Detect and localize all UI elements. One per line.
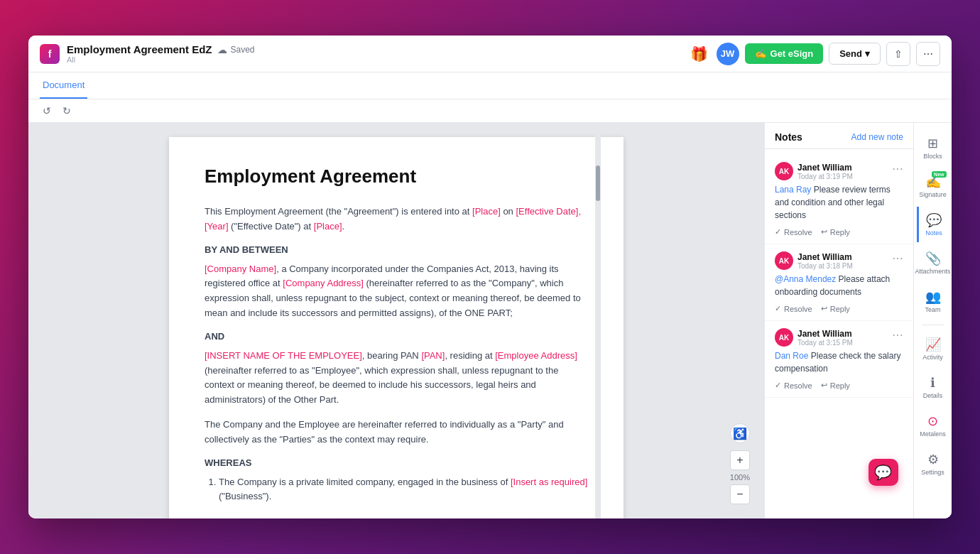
note-body-1: Lana Ray Please review terms and conditi… (775, 183, 903, 222)
chevron-down-icon: ▾ (865, 48, 870, 59)
gift-button[interactable]: 🎁 (688, 43, 711, 65)
doc-page: Employment Agreement This Employment Agr… (169, 137, 624, 518)
blocks-icon: ⊞ (927, 136, 938, 151)
sidebar-item-team[interactable]: 👥 Team (917, 283, 949, 319)
doc-title: Employment Agreement EdZ (67, 43, 212, 55)
note-mention-3: Dan Roe (775, 351, 808, 361)
placeholder-pan: [PAN] (421, 350, 445, 361)
undo-button[interactable]: ↺ (40, 104, 54, 118)
saved-status: ☁ Saved (217, 44, 254, 55)
note-more-button-3[interactable]: ⋯ (892, 328, 903, 342)
send-button[interactable]: Send ▾ (829, 43, 881, 65)
get-esign-button[interactable]: ✍ Get eSign (745, 43, 824, 64)
note-username-1: Janet William (797, 163, 853, 173)
add-note-button[interactable]: Add new note (851, 132, 903, 142)
placeholder-company-name: [Company Name] (205, 264, 276, 274)
doc-scrollbar-thumb (596, 165, 600, 201)
resolve-button-3[interactable]: ✓ Resolve (775, 381, 812, 390)
breadcrumb: All (67, 55, 255, 64)
sidebar-item-label-activity: Activity (922, 354, 943, 361)
reply-button-3[interactable]: ↩ Reply (821, 381, 850, 390)
resolve-button-1[interactable]: ✓ Resolve (775, 227, 812, 237)
resolve-button-2[interactable]: ✓ Resolve (775, 304, 812, 313)
sidebar-divider (922, 325, 944, 325)
sidebar-item-signature[interactable]: New ✍ Signature (917, 168, 949, 204)
doc-paragraph-2: [Company Name], a Company incorporated u… (205, 262, 588, 321)
reply-button-2[interactable]: ↩ Reply (821, 304, 850, 313)
note-user-info-3: Janet William Today at 3:15 PM (797, 329, 853, 347)
notes-icon: 💬 (926, 212, 942, 228)
check-icon-2: ✓ (775, 304, 781, 313)
note-header-2: AK Janet William Today at 3:18 PM ⋯ (775, 251, 903, 270)
sidebar-item-notes[interactable]: 💬 Notes (917, 207, 949, 242)
sidebar-item-metalens[interactable]: ⊙ Metalens (917, 408, 949, 443)
new-badge-signature: New (932, 171, 946, 178)
tab-bar: Document (28, 72, 952, 99)
sidebar-item-label-notes: Notes (925, 229, 942, 237)
sidebar-item-label-team: Team (925, 306, 940, 313)
note-avatar-3: AK (775, 328, 793, 347)
main-content: Employment Agreement This Employment Agr… (28, 123, 952, 518)
note-time-2: Today at 3:18 PM (797, 262, 853, 270)
note-actions-2: ✓ Resolve ↩ Reply (775, 304, 903, 313)
note-avatar-2: AK (775, 251, 793, 270)
sidebar-item-activity[interactable]: 📈 Activity (917, 331, 949, 366)
app-window: f Employment Agreement EdZ ☁ Saved All 🎁… (28, 36, 952, 518)
note-body-2: @Anna Mendez Please attach onboarding do… (775, 273, 903, 298)
sidebar-item-label-signature: Signature (919, 191, 947, 198)
reply-button-1[interactable]: ↩ Reply (821, 227, 850, 237)
zoom-in-button[interactable]: + (730, 450, 750, 470)
zoom-out-button[interactable]: − (730, 484, 750, 504)
note-time-1: Today at 3:19 PM (797, 173, 853, 180)
note-more-button-2[interactable]: ⋯ (892, 251, 903, 265)
accessibility-button[interactable]: ♿ (730, 423, 750, 443)
more-options-button[interactable]: ⋯ (916, 42, 940, 66)
doc-paragraph-3: [INSERT NAME OF THE EMPLOYEE], bearing P… (205, 349, 588, 408)
sidebar-item-label-settings: Settings (921, 469, 944, 476)
team-icon: 👥 (925, 289, 941, 305)
note-user-info-2: Janet William Today at 3:18 PM (797, 252, 853, 270)
more-icon: ⋯ (923, 48, 933, 60)
saved-label: Saved (230, 45, 254, 55)
header-title-section: Employment Agreement EdZ ☁ Saved All (67, 43, 255, 64)
reply-icon-2: ↩ (821, 304, 827, 313)
activity-icon: 📈 (925, 337, 941, 352)
doc-heading-and: AND (205, 331, 588, 342)
placeholder-place-2: [Place] (314, 221, 342, 232)
user-avatar-button[interactable]: JW (717, 43, 739, 65)
share-icon: ⇧ (894, 48, 903, 60)
redo-button[interactable]: ↻ (60, 104, 74, 118)
doc-scrollbar[interactable] (595, 123, 601, 518)
share-button[interactable]: ⇧ (886, 42, 910, 66)
reply-icon-3: ↩ (821, 381, 827, 390)
sidebar-item-attachments[interactable]: 📎 Attachments (917, 245, 949, 281)
metalens-icon: ⊙ (927, 413, 938, 429)
sidebar-item-label-attachments: Attachments (915, 268, 950, 275)
sidebar-item-blocks[interactable]: ⊞ Blocks (917, 130, 949, 165)
placeholder-employee-address: [Employee Address] (495, 350, 577, 361)
doc-area: Employment Agreement This Employment Agr… (28, 123, 764, 518)
header-actions: 🎁 JW ✍ Get eSign Send ▾ ⇧ ⋯ (688, 42, 940, 66)
sidebar-item-settings[interactable]: ⚙ Settings (917, 446, 949, 482)
check-icon-1: ✓ (775, 227, 781, 237)
sidebar-item-details[interactable]: ℹ Details (917, 369, 949, 405)
header: f Employment Agreement EdZ ☁ Saved All 🎁… (28, 36, 952, 72)
tab-document[interactable]: Document (40, 72, 87, 99)
reply-icon-1: ↩ (821, 227, 827, 237)
cloud-icon: ☁ (217, 44, 227, 55)
note-user-info-1: Janet William Today at 3:19 PM (797, 163, 853, 180)
chat-fab-icon: 💬 (874, 464, 892, 481)
placeholder-employee-name: [INSERT NAME OF THE EMPLOYEE] (205, 350, 362, 361)
notes-header: Notes Add new note (765, 123, 913, 149)
note-mention-2: @Anna Mendez (775, 274, 836, 284)
placeholder-place-1: [Place] (472, 206, 501, 217)
header-title-row: Employment Agreement EdZ ☁ Saved (67, 43, 255, 55)
zoom-level: 100% (730, 473, 750, 482)
doc-heading-by-and-between: BY AND BETWEEN (205, 244, 588, 255)
toolbar: ↺ ↻ (28, 99, 952, 123)
note-more-button-1[interactable]: ⋯ (892, 162, 903, 175)
chat-fab-button[interactable]: 💬 (869, 459, 898, 486)
doc-scroll[interactable]: Employment Agreement This Employment Agr… (28, 123, 764, 518)
note-user-row-1: AK Janet William Today at 3:19 PM (775, 162, 853, 180)
right-sidebar: ⊞ Blocks New ✍ Signature 💬 Notes 📎 Attac… (913, 123, 952, 518)
